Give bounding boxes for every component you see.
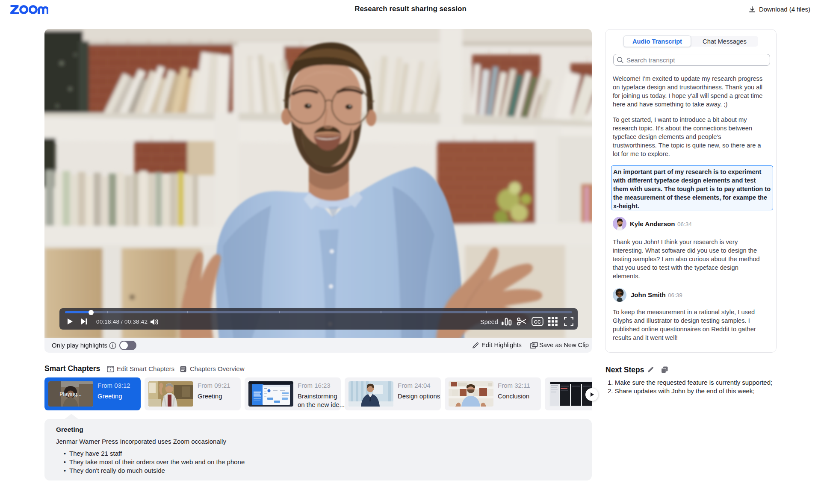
svg-text:CC: CC (534, 319, 541, 324)
svg-text:Playing...: Playing... (59, 391, 81, 397)
